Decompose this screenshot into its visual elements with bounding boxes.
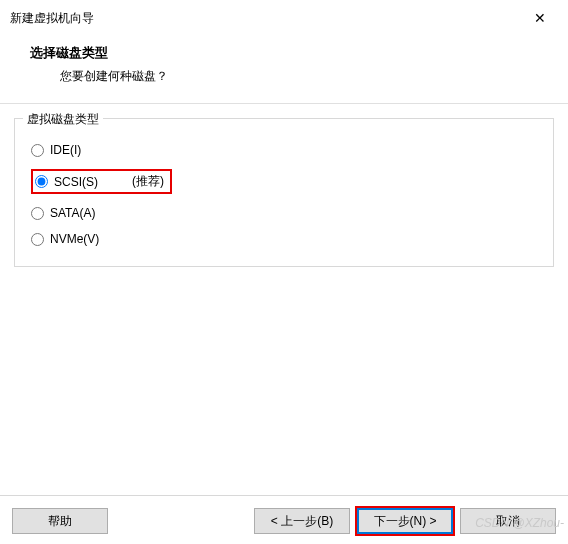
radio-ide-label: IDE(I) xyxy=(50,143,81,157)
window-title: 新建虚拟机向导 xyxy=(10,10,94,27)
page-title: 选择磁盘类型 xyxy=(30,44,568,62)
radio-nvme-label: NVMe(V) xyxy=(50,232,99,246)
next-button[interactable]: 下一步(N) > xyxy=(357,508,453,534)
radio-scsi-input[interactable] xyxy=(35,175,48,188)
radio-ide[interactable]: IDE(I) xyxy=(29,137,539,163)
scsi-recommend: (推荐) xyxy=(132,173,164,190)
radio-ide-input[interactable] xyxy=(31,144,44,157)
disk-type-legend: 虚拟磁盘类型 xyxy=(23,111,103,128)
radio-nvme-input[interactable] xyxy=(31,233,44,246)
scsi-highlight: SCSI(S) (推荐) xyxy=(31,169,172,194)
radio-nvme[interactable]: NVMe(V) xyxy=(29,226,539,252)
close-icon[interactable]: ✕ xyxy=(520,6,560,30)
footer-separator xyxy=(0,495,568,496)
radio-sata-label: SATA(A) xyxy=(50,206,96,220)
radio-scsi-label: SCSI(S) xyxy=(54,175,98,189)
cancel-button[interactable]: 取消 xyxy=(460,508,556,534)
help-button[interactable]: 帮助 xyxy=(12,508,108,534)
back-button[interactable]: < 上一步(B) xyxy=(254,508,350,534)
page-subtitle: 您要创建何种磁盘？ xyxy=(30,68,568,85)
radio-sata[interactable]: SATA(A) xyxy=(29,200,539,226)
radio-sata-input[interactable] xyxy=(31,207,44,220)
